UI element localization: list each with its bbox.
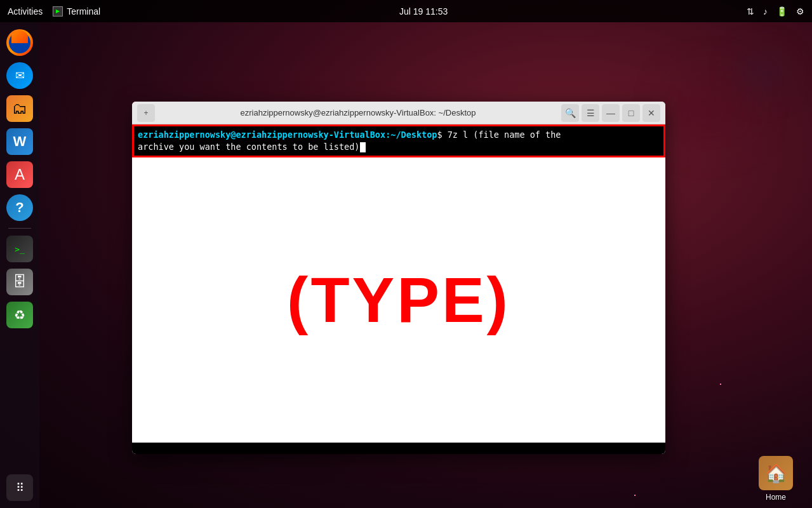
terminal-title: ezriahzippernowsky@ezriahzippernowsky-Vi… — [155, 108, 561, 117]
help-icon: ? — [6, 194, 33, 221]
prompt-user: ezriahzippernowsky@ezriahzippernowsky-Vi… — [138, 130, 385, 140]
topbar-right: ⇅ ♪ 🔋 ⚙ — [747, 6, 804, 17]
dock-item-terminal[interactable]: >_ — [6, 235, 34, 263]
terminal-white-area: (TYPE) — [132, 157, 665, 443]
topbar-datetime: Jul 19 11:53 — [399, 6, 448, 17]
search-button[interactable]: 🔍 — [561, 104, 579, 122]
home-label: Home — [766, 493, 786, 502]
home-icon-box: 🏠 — [759, 456, 793, 490]
volume-icon[interactable]: ♪ — [763, 6, 768, 17]
topbar-app-name[interactable]: Terminal — [67, 6, 100, 17]
firefox-icon — [6, 29, 33, 56]
network-icon[interactable]: ⇅ — [747, 6, 754, 17]
cursor — [360, 142, 366, 152]
dock: A ? >_ 🗄 ♻ ⠿ — [0, 22, 39, 508]
appstore-icon: A — [6, 161, 33, 188]
writer-icon — [6, 128, 33, 155]
close-button[interactable]: ✕ — [642, 104, 660, 122]
bg-blob-1 — [736, 51, 787, 95]
home-icon: 🏠 — [765, 463, 787, 484]
recycle-icon: ♻ — [6, 302, 33, 328]
battery-icon[interactable]: 🔋 — [776, 6, 787, 17]
prompt-dollar: $ — [437, 130, 447, 140]
dock-item-firefox[interactable] — [6, 29, 34, 57]
maximize-button[interactable]: □ — [622, 104, 640, 122]
topbar-app-section: ▶ Terminal — [53, 6, 100, 17]
app-icon-small: ▶ — [53, 6, 63, 17]
terminal-body: ezriahzippernowsky@ezriahzippernowsky-Vi… — [132, 124, 665, 454]
dock-item-grid[interactable]: ⠿ — [6, 474, 34, 502]
dock-item-appstore[interactable]: A — [6, 161, 34, 189]
menu-button[interactable]: ☰ — [582, 104, 599, 122]
filemgr-icon: 🗄 — [6, 269, 33, 295]
dock-item-thunderbird[interactable] — [6, 62, 34, 90]
prompt-path: :~/Desktop — [385, 130, 437, 140]
prompt-command-text: 7z l (file name of the — [448, 130, 561, 140]
minimize-button[interactable]: — — [602, 104, 620, 122]
topbar-left: Activities ▶ Terminal — [8, 6, 100, 17]
dock-item-help[interactable]: ? — [6, 194, 34, 222]
new-tab-button[interactable]: + — [137, 104, 155, 122]
dock-item-filemgr[interactable]: 🗄 — [6, 268, 34, 296]
terminal-window: + ezriahzippernowsky@ezriahzippernowsky-… — [132, 102, 665, 454]
settings-icon[interactable]: ⚙ — [796, 6, 804, 17]
titlebar-controls: 🔍 ☰ — □ ✕ — [561, 104, 660, 122]
prompt-command-cont: archive you want the contents to be list… — [138, 142, 360, 152]
files-icon — [6, 95, 33, 122]
bg-blob-2 — [672, 76, 749, 140]
titlebar-left: + — [137, 104, 155, 122]
terminal-titlebar: + ezriahzippernowsky@ezriahzippernowsky-… — [132, 102, 665, 124]
dock-separator — [8, 228, 31, 229]
topbar: Activities ▶ Terminal Jul 19 11:53 ⇅ ♪ 🔋… — [0, 0, 812, 22]
dock-item-recycle[interactable]: ♻ — [6, 301, 34, 329]
desktop: Activities ▶ Terminal Jul 19 11:53 ⇅ ♪ 🔋… — [0, 0, 812, 508]
activities-button[interactable]: Activities — [8, 6, 43, 17]
thunderbird-icon — [6, 62, 33, 89]
terminal-command-area[interactable]: ezriahzippernowsky@ezriahzippernowsky-Vi… — [132, 124, 665, 157]
grid-icon: ⠿ — [6, 474, 33, 501]
dock-item-writer[interactable] — [6, 128, 34, 156]
dock-item-files[interactable] — [6, 95, 34, 123]
terminal-icon: >_ — [6, 236, 33, 262]
home-icon-container[interactable]: 🏠 Home — [759, 456, 793, 502]
type-label: (TYPE) — [287, 264, 510, 337]
